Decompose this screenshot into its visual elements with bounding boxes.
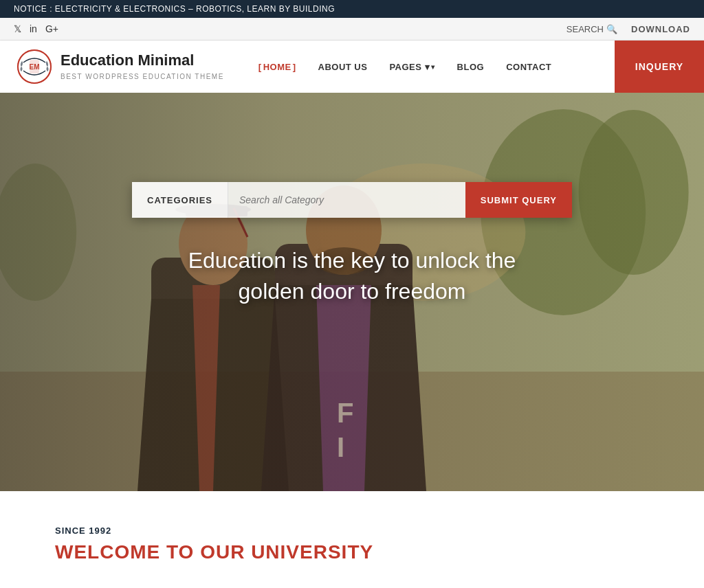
search-bar: CATEGORIES SUBMIT QUERY xyxy=(132,182,572,218)
social-icons-group: 𝕏 in G+ xyxy=(14,23,58,34)
nav-blog[interactable]: BLOG xyxy=(446,41,496,93)
social-right-group: SEARCH 🔍 DOWNLOAD xyxy=(566,24,690,34)
nav-home[interactable]: HOME xyxy=(248,41,307,93)
search-link[interactable]: SEARCH 🔍 xyxy=(566,24,617,34)
below-hero-section: SINCE 1992 WELCOME TO OUR UNIVERSITY xyxy=(0,491,704,584)
notice-bar: NOTICE : ELECTRICITY & ELECTRONICS – ROB… xyxy=(0,0,704,18)
search-icon: 🔍 xyxy=(606,24,617,34)
logo-title: Education Minimal xyxy=(60,52,224,69)
welcome-title: WELCOME TO OUR UNIVERSITY xyxy=(55,541,649,563)
google-plus-icon[interactable]: G+ xyxy=(45,23,58,34)
logo-subtitle: BEST WORDPRESS EDUCATION THEME xyxy=(60,73,224,80)
social-bar: 𝕏 in G+ SEARCH 🔍 DOWNLOAD xyxy=(0,18,704,41)
main-nav: HOME ABOUT US PAGES ▾ BLOG CONTACT xyxy=(241,41,615,93)
logo-area: EM Education Minimal BEST WORDPRESS EDUC… xyxy=(0,41,241,93)
hero-content: CATEGORIES SUBMIT QUERY Education is the… xyxy=(0,93,704,307)
nav-about[interactable]: ABOUT US xyxy=(307,41,379,93)
twitter-icon[interactable]: 𝕏 xyxy=(14,23,21,34)
submit-query-button[interactable]: SUBMIT QUERY xyxy=(465,182,572,218)
nav-pages[interactable]: PAGES ▾ xyxy=(378,41,446,93)
categories-button[interactable]: CATEGORIES xyxy=(132,182,228,218)
nav-contact[interactable]: CONTACT xyxy=(495,41,562,93)
notice-text: NOTICE : ELECTRICITY & ELECTRONICS – ROB… xyxy=(14,4,335,14)
linkedin-icon[interactable]: in xyxy=(30,23,37,34)
logo-icon: EM xyxy=(16,49,52,84)
hero-section: F I CATEGORIES SUBMIT QUERY Education is… xyxy=(0,93,704,491)
search-input[interactable] xyxy=(228,182,465,218)
since-label: SINCE 1992 xyxy=(55,525,649,536)
search-label: SEARCH xyxy=(566,24,604,34)
svg-text:EM: EM xyxy=(30,63,40,71)
inquery-button[interactable]: INQUERY xyxy=(615,41,704,93)
download-link[interactable]: DOWNLOAD xyxy=(631,24,690,34)
hero-tagline: Education is the key to unlock the golde… xyxy=(173,245,531,307)
header: EM Education Minimal BEST WORDPRESS EDUC… xyxy=(0,41,704,93)
logo-text: Education Minimal BEST WORDPRESS EDUCATI… xyxy=(60,52,224,82)
